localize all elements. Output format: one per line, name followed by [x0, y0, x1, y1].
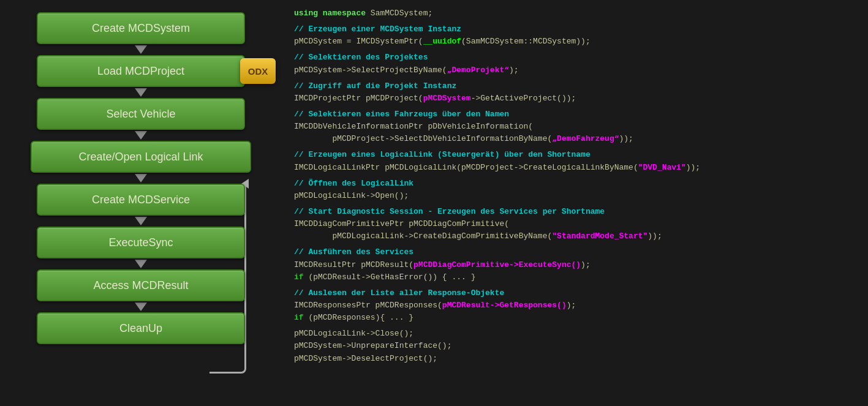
arrow-6: [135, 260, 147, 268]
flow-box-cleanup: CleanUp: [37, 312, 245, 344]
line-11: IMCDResultPtr pMCDResult(pMCDDiagComPrim…: [294, 259, 856, 271]
line-comment-4: // Selektieren eines Fahrzeugs über den …: [294, 108, 856, 121]
line-14: if (pMCDResponses){ ... }: [294, 312, 856, 324]
line-comment-9: // Auslesen der Liste aller Response-Obj…: [294, 287, 856, 299]
line-15: pMCDLogicalLink->Close();: [294, 328, 856, 340]
flow-box-access-result: Access MCDResult: [37, 269, 245, 301]
line-comment-2: // Selektieren des Projektes: [294, 51, 856, 64]
arrow-7: [135, 303, 147, 311]
line-9: IMCDDiagComPrimitivePtr pMCDDiagComPrimi…: [294, 218, 856, 230]
bracket-section: Create MCDService ExecuteSync Access MCD…: [18, 184, 263, 301]
arrow-3: [135, 131, 147, 140]
arrow-2: [135, 88, 147, 97]
line-8: pMCDLogicalLink->Open();: [294, 190, 856, 202]
line-17: pMCDSystem->DeselectProject();: [294, 353, 856, 365]
line-7: IMCDLogicalLinkPtr pMCDLogicalLink(pMCDP…: [294, 162, 856, 174]
flow-box-execute-sync: ExecuteSync: [37, 227, 245, 258]
line-comment-6: // Öffnen des LogicalLink: [294, 178, 856, 190]
flow-box-create-open: Create/Open Logical Link: [31, 141, 251, 173]
flow-box-select-vehicle: Select Vehicle: [37, 98, 245, 130]
odx-badge: ODX: [240, 58, 276, 84]
line-16: pMCDSystem->UnprepareInterface();: [294, 340, 856, 352]
flowchart-panel: Create MCDSystem Load MCDProject ODX Sel…: [0, 0, 282, 406]
flow-box-load-mcd: Load MCDProject: [37, 55, 245, 87]
line-4: IMCDProjectPtr pMCDProject(pMCDSystem->G…: [294, 92, 856, 105]
line-13: IMCDResponsesPtr pMCDResponses(pMCDResul…: [294, 299, 856, 312]
line-comment-5: // Erzeugen eines LogicalLink (Steuerger…: [294, 149, 856, 161]
arrow-4: [135, 174, 147, 182]
line-comment-3: // Zugriff auf die Projekt Instanz: [294, 80, 856, 92]
line-10: pMCDLogicalLink->CreateDiagComPrimitiveB…: [294, 230, 856, 242]
line-12: if (pMCDResult->GetHasError()) { ... }: [294, 271, 856, 284]
arrow-1: [135, 45, 147, 54]
line-3: pMCDSystem->SelectProjectByName(„DemoPro…: [294, 64, 856, 77]
line-comment-7: // Start Diagnostic Session - Erzeugen d…: [294, 206, 856, 218]
line-comment-8: // Ausführen des Services: [294, 246, 856, 258]
line-1: using namespace SamMCDSystem;: [294, 7, 856, 20]
line-5: IMCDDbVehicleInformationPtr pDbVehicleIn…: [294, 121, 856, 133]
arrow-5: [135, 217, 147, 225]
line-2: pMCDSystem = IMCDSystemPtr(__uuidof(SamM…: [294, 36, 856, 48]
flow-box-create-mcd: Create MCDSystem: [37, 12, 245, 44]
flow-box-create-service: Create MCDService: [37, 184, 245, 216]
line-comment-1: // Erzeugen einer MCDSystem Instanz: [294, 23, 856, 36]
line-6: pMCDProject->SelectDbVehicleInformationB…: [294, 133, 856, 145]
code-listing: using namespace SamMCDSystem; // Erzeuge…: [294, 7, 856, 365]
code-panel: using namespace SamMCDSystem; // Erzeuge…: [282, 0, 868, 406]
